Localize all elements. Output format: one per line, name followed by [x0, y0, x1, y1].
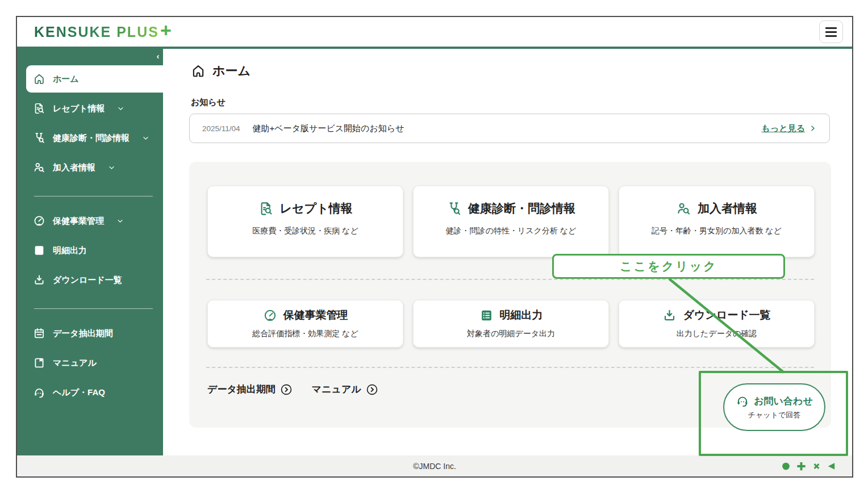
- app-window: KENSUKE PLUS + ‹ ホーム レセプト情報: [16, 16, 853, 478]
- main-content: ホーム お知らせ 2025/11/04 健助+ベータ版サービス開始のお知らせ も…: [163, 49, 852, 455]
- sidebar-item-receipt[interactable]: レセプト情報: [17, 95, 163, 122]
- manual-icon: [33, 357, 45, 369]
- sidebar-item-downloads[interactable]: ダウンロード一覧: [17, 266, 163, 294]
- sidebar-item-members[interactable]: 加入者情報: [17, 154, 163, 181]
- stethoscope-search-icon: [33, 132, 45, 144]
- sidebar-item-home[interactable]: ホーム: [26, 65, 163, 93]
- sidebar-item-health-program[interactable]: 保健事業管理: [17, 207, 163, 235]
- headset-icon: [33, 386, 45, 399]
- sidebar: ‹ ホーム レセプト情報 健康診断・問診情報 加: [17, 49, 163, 455]
- notice-date: 2025/11/04: [202, 124, 240, 133]
- triangle-mark-icon: [827, 461, 836, 471]
- card-health-program[interactable]: 保健事業管理 総合評価指標・効果測定 など: [207, 300, 403, 348]
- detail-list-icon: [33, 244, 45, 257]
- notice-item[interactable]: 2025/11/04 健助+ベータ版サービス開始のお知らせ もっと見る: [189, 114, 830, 143]
- chevron-down-icon: [117, 105, 124, 112]
- notice-title: 健助+ベータ版サービス開始のお知らせ: [253, 123, 404, 134]
- gauge-icon: [263, 308, 277, 323]
- chevron-down-icon: [142, 135, 149, 142]
- contact-chat-button[interactable]: お問い合わせ チャットで回答: [723, 383, 825, 431]
- gauge-icon: [33, 215, 45, 227]
- headset-icon: [736, 394, 749, 408]
- home-icon: [191, 64, 206, 78]
- logo-plus-icon: +: [160, 23, 172, 37]
- card-row: 保健事業管理 総合評価指標・効果測定 など 明細出力 対象者の明細データ出力: [207, 300, 815, 348]
- logo-text: KENSUKE PLUS: [34, 23, 159, 41]
- plus-mark-icon: [796, 461, 807, 471]
- sidebar-divider: [34, 196, 153, 196]
- card-row: レセプト情報 医療費・受診状況・疾病 など 健康診断・問診情報 健診・問診の特性…: [207, 186, 815, 257]
- sidebar-divider: [34, 308, 153, 309]
- sidebar-item-help-faq[interactable]: ヘルプ・FAQ: [17, 379, 163, 406]
- member-search-icon: [676, 201, 691, 216]
- sidebar-item-extraction-period[interactable]: データ抽出期間: [17, 320, 163, 347]
- card-detail-output[interactable]: 明細出力 対象者の明細データ出力: [413, 300, 609, 348]
- annotation-tooltip: ここをクリック: [552, 254, 785, 279]
- circle-mark-icon: [781, 461, 791, 471]
- dashed-divider: [206, 367, 814, 368]
- card-download-list[interactable]: ダウンロード一覧 出力したデータの確認: [619, 300, 815, 348]
- quick-link-extraction-period[interactable]: データ抽出期間: [207, 383, 293, 396]
- circled-chevron-right-icon: [280, 383, 293, 396]
- copyright-text: ©JMDC Inc.: [413, 462, 456, 471]
- card-member-info[interactable]: 加入者情報 記号・年齢・男女別の加入者数 など: [619, 186, 815, 257]
- chevron-right-icon: [809, 124, 817, 132]
- circled-chevron-right-icon: [366, 383, 378, 396]
- annotation-marks: [781, 461, 836, 471]
- sidebar-item-manual[interactable]: マニュアル: [17, 349, 163, 376]
- chevron-down-icon: [116, 217, 124, 225]
- app-header: KENSUKE PLUS +: [17, 17, 852, 47]
- notice-more-link[interactable]: もっと見る: [762, 123, 817, 134]
- home-icon: [33, 73, 45, 85]
- page-title: ホーム: [189, 62, 829, 80]
- receipt-search-icon: [33, 102, 45, 115]
- dashboard-panel: レセプト情報 医療費・受診状況・疾病 など 健康診断・問診情報 健診・問診の特性…: [189, 162, 831, 428]
- stethoscope-search-icon: [446, 201, 462, 216]
- receipt-search-icon: [258, 201, 274, 216]
- detail-list-icon: [479, 308, 494, 323]
- app-footer: ©JMDC Inc.: [17, 455, 852, 476]
- app-logo[interactable]: KENSUKE PLUS +: [34, 23, 172, 41]
- quick-link-manual[interactable]: マニュアル: [312, 383, 378, 396]
- screenshot-canvas: KENSUKE PLUS + ‹ ホーム レセプト情報: [0, 0, 868, 502]
- dashed-divider: [206, 279, 814, 280]
- x-mark-icon: [812, 461, 821, 471]
- download-icon: [662, 308, 677, 323]
- calendar-icon: [33, 327, 45, 340]
- card-health-checkup-info[interactable]: 健康診断・問診情報 健診・問診の特性・リスク分析 など: [413, 186, 609, 257]
- download-icon: [33, 274, 45, 286]
- card-receipt-info[interactable]: レセプト情報 医療費・受診状況・疾病 など: [207, 186, 403, 257]
- notice-section-label: お知らせ: [191, 97, 829, 108]
- member-search-icon: [33, 161, 45, 174]
- chevron-down-icon: [108, 164, 115, 171]
- hamburger-icon: [825, 27, 837, 29]
- menu-button[interactable]: [819, 20, 843, 43]
- sidebar-nav: ホーム レセプト情報 健康診断・問診情報 加入者情報: [17, 49, 163, 406]
- sidebar-item-detail-output[interactable]: 明細出力: [17, 237, 163, 264]
- sidebar-item-health-checkup[interactable]: 健康診断・問診情報: [17, 124, 163, 152]
